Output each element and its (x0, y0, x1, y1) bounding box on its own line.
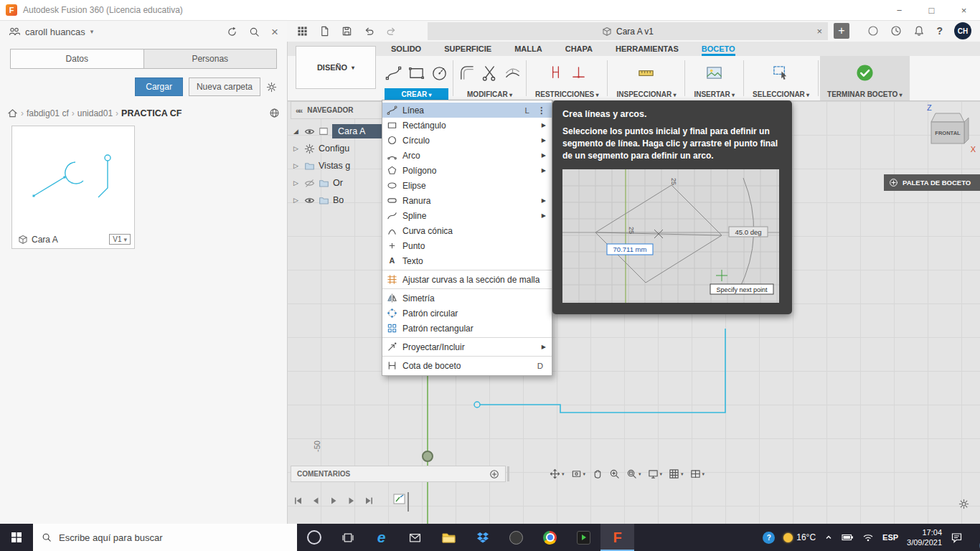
go-to-end-button[interactable] (364, 496, 374, 506)
search-icon[interactable] (249, 27, 260, 37)
taskbar-app-media-player[interactable] (567, 524, 600, 551)
expand-node-icon[interactable]: ▷ (293, 197, 301, 204)
ribbon-group-modificar[interactable]: MODIFICAR ▾ (455, 56, 524, 100)
document-thumbnail[interactable]: Cara A V1 ▾ (11, 126, 135, 249)
restricciones-tool-icon[interactable] (570, 64, 588, 82)
redo-icon[interactable] (386, 26, 397, 37)
breadcrumb-item[interactable]: fabdig01 cf (27, 108, 69, 118)
weather-widget[interactable]: 16°C (783, 532, 816, 542)
close-button[interactable]: × (948, 0, 980, 20)
ribbon-tab-malla[interactable]: MALLA (514, 44, 542, 56)
comments-bar[interactable]: COMENTARIOS (291, 466, 506, 482)
taskbar-app-task-view[interactable] (331, 524, 364, 551)
job-status-icon[interactable] (867, 25, 879, 37)
ribbon-group-label-inspeccionar[interactable]: INSPECCIONAR ▾ (612, 88, 680, 100)
terminar-boceto-tool-icon[interactable] (856, 64, 874, 82)
expand-node-icon[interactable]: ▷ (293, 162, 301, 169)
timeline-marker-handle[interactable] (407, 492, 409, 512)
help-icon[interactable]: ? (936, 25, 943, 37)
play-button[interactable] (329, 496, 339, 506)
collapse-panel-icon[interactable]: «« (296, 106, 301, 115)
battery-icon[interactable] (842, 532, 854, 543)
ribbon-tab-solido[interactable]: SOLIDO (391, 44, 421, 56)
grid-menu-icon[interactable] (297, 26, 308, 37)
get-help-icon[interactable]: ? (763, 532, 775, 544)
restricciones-tool-icon[interactable] (547, 64, 565, 82)
visibility-eye-off-icon[interactable] (304, 178, 315, 189)
ribbon-tab-boceto[interactable]: BOCETO (702, 44, 735, 56)
menu-item-curva-conica[interactable]: Curva cónica (382, 223, 552, 238)
orbit-tool[interactable]: ▾ (550, 468, 565, 479)
ribbon-group-crear[interactable]: CREAR ▾ (382, 56, 451, 100)
crear-tool-icon[interactable] (430, 64, 448, 82)
file-menu-icon[interactable] (319, 26, 330, 37)
menu-item-arco[interactable]: Arco▶ (382, 148, 552, 163)
canvas-settings-gear-icon[interactable] (958, 499, 969, 509)
crear-tool-icon[interactable] (407, 64, 425, 82)
close-tab-icon[interactable]: × (816, 26, 822, 37)
expand-node-icon[interactable]: ▷ (293, 145, 301, 152)
ribbon-group-inspeccionar[interactable]: INSPECCIONAR ▾ (609, 56, 683, 100)
taskbar-app-dropbox[interactable] (466, 524, 499, 551)
user-avatar[interactable]: CH (954, 22, 971, 39)
seleccionar-tool-icon[interactable] (772, 64, 790, 82)
clock-widget[interactable]: 17:04 3/09/2021 (907, 527, 942, 548)
menu-item-linea[interactable]: LíneaL⋮ (382, 103, 552, 118)
upload-button[interactable]: Cargar (135, 77, 183, 96)
taskbar-app-mail[interactable] (398, 524, 432, 551)
new-folder-button[interactable]: Nueva carpeta (189, 77, 260, 96)
menu-item-texto[interactable]: ATexto (382, 253, 552, 268)
save-icon[interactable] (341, 26, 352, 37)
menu-item-ajustar-curvas-a-la-seccion-de-malla[interactable]: Ajustar curvas a la sección de malla (382, 272, 552, 287)
breadcrumb-item[interactable]: unidad01 (77, 108, 113, 118)
keyboard-language[interactable]: ESP (882, 533, 898, 542)
modificar-tool-icon[interactable] (504, 64, 522, 82)
ribbon-tab-chapa[interactable]: CHAPA (565, 44, 593, 56)
pan-tool[interactable] (592, 468, 603, 479)
menu-item-poligono[interactable]: Polígono▶ (382, 163, 552, 178)
action-center-icon[interactable] (951, 532, 963, 544)
view-cube[interactable]: FRONTAL Z X (923, 108, 976, 155)
start-button[interactable] (0, 524, 33, 551)
display-settings-tool[interactable]: ▾ (648, 468, 663, 479)
menu-item-punto[interactable]: Punto (382, 238, 552, 253)
menu-item-circulo[interactable]: Círculo▶ (382, 133, 552, 148)
visibility-eye-icon[interactable] (304, 126, 315, 137)
panel-tab-datos[interactable]: Datos (11, 50, 143, 68)
user-dropdown-caret-icon[interactable]: ▾ (90, 28, 94, 35)
taskbar-app-camera[interactable] (499, 524, 533, 551)
ribbon-group-seleccionar[interactable]: SELECCIONAR ▾ (745, 56, 816, 100)
network-wifi-icon[interactable] (862, 532, 874, 543)
step-forward-button[interactable] (347, 496, 357, 506)
ribbon-tab-superficie[interactable]: SUPERFICIE (444, 44, 491, 56)
minimize-button[interactable]: − (883, 0, 915, 20)
visibility-eye-icon[interactable] (304, 195, 315, 206)
user-name[interactable]: caroll huancas (25, 27, 85, 37)
insertar-tool-icon[interactable] (705, 64, 723, 82)
new-tab-button[interactable]: + (834, 23, 849, 39)
taskbar-app-chrome[interactable] (533, 524, 567, 551)
maximize-button[interactable]: □ (915, 0, 948, 20)
ribbon-group-insertar[interactable]: INSERTAR ▾ (687, 56, 742, 100)
menu-item-simetria[interactable]: Simetría (382, 291, 552, 306)
modificar-tool-icon[interactable] (458, 64, 476, 82)
hidden-icons-chevron-icon[interactable] (824, 533, 833, 542)
menu-item-patron-circular[interactable]: Patrón circular (382, 306, 552, 321)
ribbon-group-label-restricciones[interactable]: RESTRICCIONES ▾ (531, 88, 603, 100)
inspeccionar-tool-icon[interactable] (637, 64, 655, 82)
more-options-icon[interactable]: ⋮ (537, 105, 546, 116)
ribbon-group-label-seleccionar[interactable]: SELECCIONAR ▾ (748, 88, 814, 100)
close-panel-icon[interactable]: × (271, 26, 278, 38)
taskbar-app-cortana[interactable] (297, 524, 331, 551)
step-back-button[interactable] (311, 496, 321, 506)
notifications-bell-icon[interactable] (913, 25, 925, 37)
workspace-selector[interactable]: DISEÑO ▾ (296, 46, 376, 89)
zoom-tool[interactable] (609, 468, 620, 479)
taskbar-app-edge[interactable]: e (364, 524, 398, 551)
menu-item-rectangulo[interactable]: Rectángulo▶ (382, 118, 552, 133)
grid-display-tool[interactable]: ▾ (669, 468, 684, 479)
version-selector[interactable]: V1 ▾ (109, 234, 131, 245)
menu-item-proyectar-incluir[interactable]: Proyectar/Incluir▶ (382, 339, 552, 354)
ribbon-group-label-terminar-boceto[interactable]: TERMINAR BOCETO ▾ (823, 88, 906, 100)
clock-icon[interactable] (890, 25, 902, 37)
